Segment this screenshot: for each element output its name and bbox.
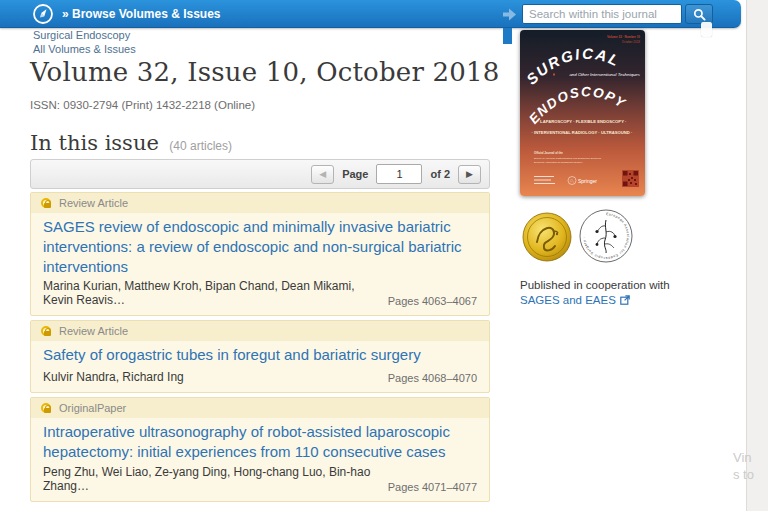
page: » Browse Volumes & Issues Surgical Endos… <box>0 0 768 511</box>
article-pages: Pages 4071–4077 <box>388 477 477 493</box>
lock-icon <box>41 326 51 336</box>
page-label: Page <box>342 168 368 180</box>
windows-activation-watermark: Vin s to <box>733 449 754 483</box>
sages-medallion[interactable] <box>522 212 572 262</box>
breadcrumb-all-volumes[interactable]: All Volumes & Issues <box>33 43 136 55</box>
article-list: Review Article SAGES review of endoscopi… <box>30 192 490 511</box>
article-meta-row: Peng Zhu, Wei Liao, Ze-yang Ding, Hong-c… <box>31 462 489 493</box>
page-total-label: of 2 <box>430 168 450 180</box>
article-row: Review Article Safety of orogastric tube… <box>30 320 490 393</box>
springer-knight-glyph: ♘ <box>570 178 575 184</box>
cover-volume-line: Volume 32 · Number 10 <box>607 35 640 39</box>
page-title: Volume 32, Issue 10, October 2018 <box>30 57 499 87</box>
prev-page-button[interactable]: ◀ <box>311 165 334 184</box>
article-count: (40 articles) <box>169 139 232 153</box>
article-title-link[interactable]: Safety of orogastric tubes in foregut an… <box>31 341 489 365</box>
search-icon <box>693 8 706 21</box>
watermark-line-2: s to <box>733 466 754 483</box>
collapse-arrow-icon[interactable] <box>503 8 517 21</box>
issn-line: ISSN: 0930-2794 (Print) 1432-2218 (Onlin… <box>30 99 255 111</box>
header-corner-icon <box>701 22 712 37</box>
article-meta-row: Marina Kurian, Matthew Kroh, Bipan Chand… <box>31 276 489 307</box>
cover-topics-2: · INTERVENTIONAL RADIOLOGY · ULTRASOUND … <box>532 130 633 135</box>
article-category: Review Article <box>59 197 128 209</box>
search-button[interactable] <box>685 4 713 24</box>
article-category-row: Review Article <box>31 193 489 213</box>
article-authors: Marina Kurian, Matthew Kroh, Bipan Chand… <box>43 279 388 307</box>
cover-subtitle: and Other Interventional Techniques <box>569 72 640 77</box>
cover-official-2: Society of American Gastrointestinal and… <box>534 157 602 160</box>
article-category: OriginalPaper <box>59 402 126 414</box>
search-input[interactable] <box>522 4 682 24</box>
article-category-row: OriginalPaper <box>31 398 489 418</box>
article-row: OriginalPaper Intraoperative ultrasonogr… <box>30 397 490 502</box>
article-category-row: OriginalPaper <box>30 506 490 511</box>
journal-cover-image[interactable]: Volume 32 · Number 10 October 2018 SURGI… <box>520 30 645 196</box>
article-category-row: Review Article <box>31 321 489 341</box>
cover-date-line: October 2018 <box>622 40 641 44</box>
article-pages: Pages 4068–4070 <box>388 368 477 384</box>
cover-topics-1: · LAPAROSCOPY · FLEXIBLE ENDOSCOPY · <box>538 119 627 124</box>
cooperation-link[interactable]: SAGES and EAES <box>520 294 630 306</box>
article-authors: Peng Zhu, Wei Liao, Ze-yang Ding, Hong-c… <box>43 465 388 493</box>
cover-official-1: Official Journal of the <box>534 151 563 155</box>
search-area <box>503 0 713 28</box>
browse-volumes-link[interactable]: » Browse Volumes & Issues <box>62 7 221 21</box>
article-title-link[interactable]: SAGES review of endoscopic and minimally… <box>31 213 489 276</box>
eaes-medallion[interactable]: European Association for Endoscopic Surg… <box>578 208 634 264</box>
watermark-line-1: Vin <box>733 449 754 466</box>
article-meta-row: Kulvir Nandra, Richard Ing Pages 4068–40… <box>31 365 489 384</box>
cooperation-text: Published in cooperation with <box>520 279 670 291</box>
section-heading: In this issue (40 articles) <box>30 131 232 155</box>
article-title-link[interactable]: Intraoperative ultrasonography of robot-… <box>31 418 489 462</box>
header-notch <box>503 28 512 44</box>
breadcrumb-journal[interactable]: Surgical Endoscopy <box>33 29 130 41</box>
qr-code <box>622 170 639 187</box>
pagination-bar: ◀ Page of 2 ▶ <box>30 159 490 189</box>
external-link-icon <box>620 295 630 305</box>
article-pages: Pages 4063–4067 <box>388 291 477 307</box>
cover-official-3: European Association for Endoscopic Surg… <box>534 161 583 164</box>
header-bar: » Browse Volumes & Issues <box>0 0 741 28</box>
compass-icon[interactable] <box>32 3 54 25</box>
lock-icon <box>41 403 51 413</box>
offpage-strip <box>746 0 768 511</box>
article-authors: Kulvir Nandra, Richard Ing <box>43 370 184 384</box>
lock-icon <box>41 198 51 208</box>
page-number-input[interactable] <box>376 164 422 184</box>
cover-publisher: Springer <box>578 178 597 184</box>
article-category: Review Article <box>59 325 128 337</box>
article-row: OriginalPaper Evolution in the managemen… <box>30 506 490 511</box>
cooperation-link-label[interactable]: SAGES and EAES <box>520 294 616 306</box>
article-row: Review Article SAGES review of endoscopi… <box>30 192 490 316</box>
next-page-button[interactable]: ▶ <box>458 165 481 184</box>
in-this-issue-title: In this issue <box>30 131 159 155</box>
